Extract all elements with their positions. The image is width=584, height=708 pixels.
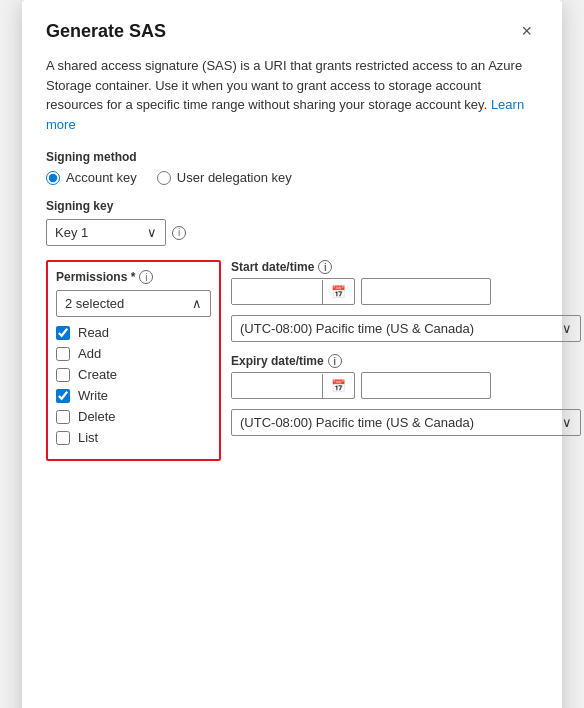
start-date-input[interactable] [232, 279, 322, 304]
dialog-header: Generate SAS × [46, 20, 538, 42]
start-datetime-inputs: 📅 11:53:32 AM [231, 278, 581, 305]
generate-sas-dialog: Generate SAS × A shared access signature… [22, 0, 562, 708]
signing-method-label: Signing method [46, 150, 538, 164]
expiry-datetime-inputs: 📅 7:53:32 PM [231, 372, 581, 399]
permissions-dropdown[interactable]: 2 selected ∧ [56, 290, 211, 317]
create-label: Create [78, 367, 117, 382]
signing-key-info-icon[interactable]: i [172, 226, 186, 240]
start-date-picker[interactable]: 📅 [231, 278, 355, 305]
expiry-datetime-block: Expiry date/time i 📅 7:53:32 PM [231, 354, 581, 399]
expiry-tz-chevron: ∨ [562, 415, 572, 430]
checkbox-list[interactable]: List [56, 430, 211, 445]
expiry-time-input-wrap: 7:53:32 PM [361, 372, 491, 399]
expiry-tz-value: (UTC-08:00) Pacific time (US & Canada) [240, 415, 474, 430]
start-tz-chevron: ∨ [562, 321, 572, 336]
signing-key-label: Signing key [46, 199, 538, 213]
read-label: Read [78, 325, 109, 340]
account-key-radio[interactable]: Account key [46, 170, 137, 185]
signing-method-group: Account key User delegation key [46, 170, 538, 185]
spacer [46, 475, 538, 708]
signing-key-chevron: ∨ [147, 225, 157, 240]
checkbox-delete[interactable]: Delete [56, 409, 211, 424]
start-datetime-block: Start date/time i 📅 11:53:32 AM [231, 260, 581, 305]
checkbox-read[interactable]: Read [56, 325, 211, 340]
right-panel: Start date/time i 📅 11:53:32 AM (UTC-08:… [231, 260, 581, 448]
start-timezone-dropdown[interactable]: (UTC-08:00) Pacific time (US & Canada) ∨ [231, 315, 581, 342]
start-datetime-label: Start date/time i [231, 260, 581, 274]
signing-key-dropdown[interactable]: Key 1 ∨ [46, 219, 166, 246]
expiry-date-input[interactable] [232, 373, 322, 398]
add-label: Add [78, 346, 101, 361]
permissions-info-icon[interactable]: i [139, 270, 153, 284]
permissions-selected: 2 selected [65, 296, 124, 311]
expiry-cal-icon[interactable]: 📅 [322, 374, 354, 398]
start-cal-icon[interactable]: 📅 [322, 280, 354, 304]
description-text: A shared access signature (SAS) is a URI… [46, 56, 538, 134]
expiry-timezone-dropdown[interactable]: (UTC-08:00) Pacific time (US & Canada) ∨ [231, 409, 581, 436]
start-time-input[interactable]: 11:53:32 AM [361, 278, 491, 305]
checkbox-write[interactable]: Write [56, 388, 211, 403]
list-label: List [78, 430, 98, 445]
account-key-label: Account key [66, 170, 137, 185]
signing-key-row: Key 1 ∨ i [46, 219, 538, 246]
permissions-section: Permissions * i 2 selected ∧ Read Add [46, 260, 221, 461]
start-time-input-wrap: 11:53:32 AM [361, 278, 491, 305]
dialog-title: Generate SAS [46, 21, 166, 42]
expiry-datetime-info-icon[interactable]: i [328, 354, 342, 368]
user-delegation-label: User delegation key [177, 170, 292, 185]
start-tz-value: (UTC-08:00) Pacific time (US & Canada) [240, 321, 474, 336]
expiry-date-picker[interactable]: 📅 [231, 372, 355, 399]
expiry-time-input[interactable]: 7:53:32 PM [361, 372, 491, 399]
checkbox-add[interactable]: Add [56, 346, 211, 361]
checkbox-create[interactable]: Create [56, 367, 211, 382]
close-button[interactable]: × [515, 20, 538, 42]
user-delegation-radio[interactable]: User delegation key [157, 170, 292, 185]
delete-label: Delete [78, 409, 116, 424]
start-timezone-row: (UTC-08:00) Pacific time (US & Canada) ∨ [231, 315, 581, 342]
main-layout: Permissions * i 2 selected ∧ Read Add [46, 260, 538, 461]
write-label: Write [78, 388, 108, 403]
start-datetime-info-icon[interactable]: i [318, 260, 332, 274]
permissions-chevron: ∧ [192, 296, 202, 311]
left-panel: Permissions * i 2 selected ∧ Read Add [46, 260, 221, 461]
expiry-datetime-label: Expiry date/time i [231, 354, 581, 368]
permissions-label: Permissions * [56, 270, 135, 284]
expiry-timezone-row: (UTC-08:00) Pacific time (US & Canada) ∨ [231, 409, 581, 436]
